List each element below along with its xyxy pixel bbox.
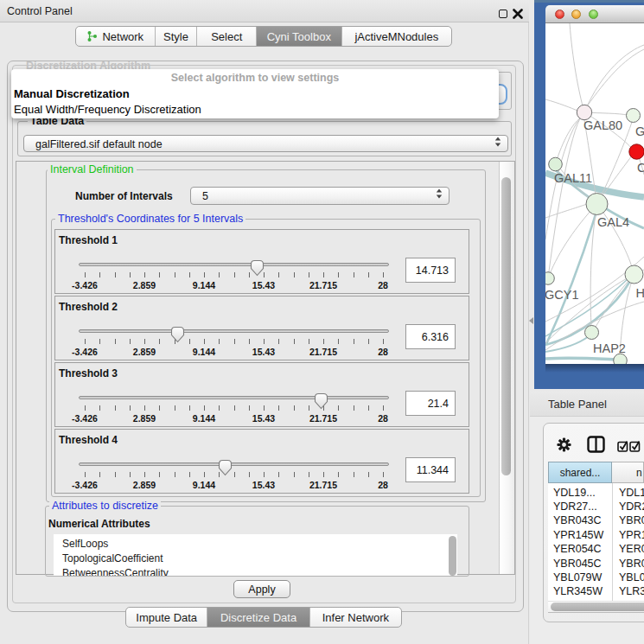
svg-text:GA: GA — [635, 124, 644, 138]
svg-text:GAL11: GAL11 — [554, 171, 592, 185]
svg-text:GAL80: GAL80 — [583, 118, 622, 132]
svg-text:C: C — [637, 161, 644, 175]
svg-text:H: H — [636, 286, 644, 300]
svg-text:HAP2: HAP2 — [593, 341, 626, 355]
svg-text:GAL4: GAL4 — [597, 215, 629, 229]
svg-text:GCY1: GCY1 — [545, 288, 579, 302]
